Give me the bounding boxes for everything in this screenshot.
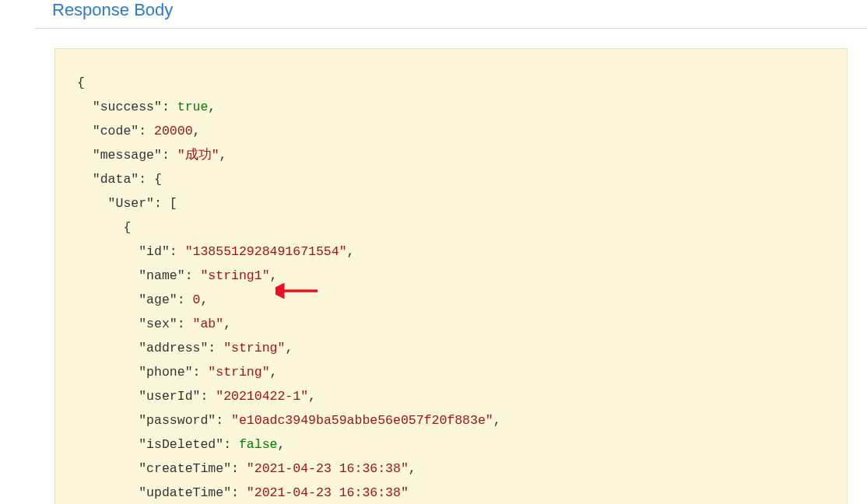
json-key-user: "User" bbox=[108, 196, 154, 211]
json-key-success: "success" bbox=[93, 100, 162, 114]
json-key-sex: "sex" bbox=[139, 317, 177, 331]
json-key-isdeleted: "isDeleted" bbox=[139, 437, 223, 452]
json-key-createtime: "createTime" bbox=[139, 461, 231, 476]
json-val-address: "string" bbox=[223, 341, 285, 355]
response-body-container: { "success": true, "code": 20000, "messa… bbox=[35, 28, 867, 504]
json-key-id: "id" bbox=[139, 244, 170, 259]
json-code-block[interactable]: { "success": true, "code": 20000, "messa… bbox=[54, 48, 848, 504]
json-val-message: "成功" bbox=[177, 148, 219, 163]
json-val-isdeleted: false bbox=[239, 437, 278, 452]
json-key-data: "data" bbox=[93, 172, 139, 187]
json-key-age: "age" bbox=[139, 292, 177, 307]
json-val-sex: "ab" bbox=[193, 317, 224, 331]
json-val-createtime: "2021-04-23 16:36:38" bbox=[247, 461, 409, 476]
json-val-age: 0 bbox=[193, 292, 201, 307]
json-key-password: "password" bbox=[139, 413, 216, 428]
json-val-updatetime: "2021-04-23 16:36:38" bbox=[247, 485, 409, 500]
json-val-password: "e10adc3949ba59abbe56e057f20f883e" bbox=[231, 413, 493, 428]
brace: { bbox=[77, 75, 85, 90]
json-key-code: "code" bbox=[93, 124, 139, 138]
json-key-phone: "phone" bbox=[139, 365, 192, 380]
json-key-address: "address" bbox=[139, 341, 208, 355]
json-val-userid: "20210422-1" bbox=[216, 389, 308, 404]
json-val-code: 20000 bbox=[154, 124, 193, 138]
json-val-id: "1385512928491671554" bbox=[185, 244, 347, 259]
json-key-userid: "userId" bbox=[139, 389, 200, 404]
json-key-name: "name" bbox=[139, 268, 184, 283]
json-val-name: "string1" bbox=[200, 268, 269, 283]
json-key-updatetime: "updateTime" bbox=[139, 485, 231, 500]
json-val-phone: "string" bbox=[208, 365, 269, 380]
json-key-message: "message" bbox=[93, 148, 162, 163]
json-val-success: true bbox=[177, 100, 209, 114]
section-header: Response Body bbox=[35, 0, 867, 28]
